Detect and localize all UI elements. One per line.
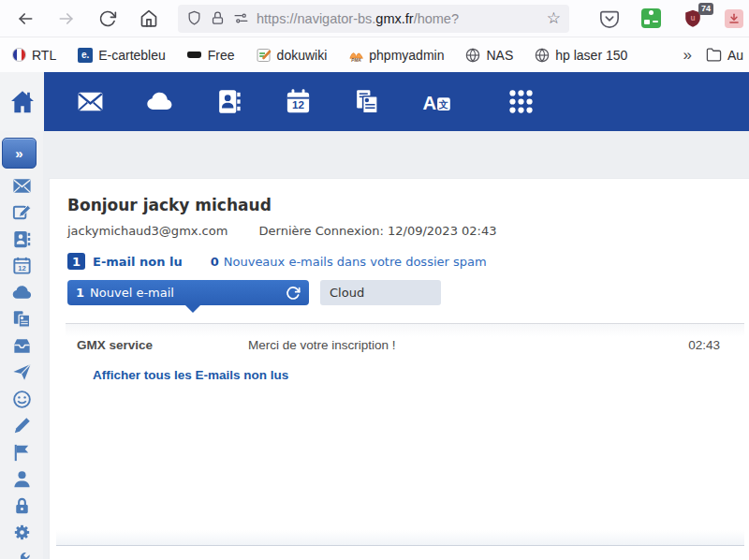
url-path: /home? — [414, 11, 459, 26]
extension-icons: u 74 — [599, 8, 743, 29]
svg-text:文: 文 — [437, 99, 448, 110]
bookmark-phpmyadmin[interactable]: PMA phpmyadmin — [348, 48, 444, 63]
email-address: jackymichaud3@gmx.com — [67, 224, 228, 238]
cloud-button[interactable]: Cloud — [320, 280, 441, 305]
nav-news-icon[interactable] — [347, 72, 385, 131]
adblock-badge: 74 — [698, 3, 713, 15]
sidebar-settings-gear-icon[interactable] — [0, 520, 43, 547]
phpmyadmin-icon: PMA — [348, 48, 363, 63]
bookmark-rtl[interactable]: RTL — [11, 48, 56, 63]
nav-calendar-icon[interactable]: 12 — [279, 72, 316, 131]
spam-link[interactable]: 0Nouveaux e-mails dans votre dossier spa… — [211, 255, 487, 269]
browser-toolbar: https://navigator-bs.gmx.fr/home? ☆ u 74 — [0, 0, 749, 37]
globe-icon — [465, 48, 480, 63]
mail-list-item[interactable]: GMX service Merci de votre inscription !… — [66, 324, 744, 352]
mail-list: GMX service Merci de votre inscription !… — [66, 323, 744, 383]
bookmark-label: hp laser 150 — [555, 48, 627, 63]
url-prefix: https://navigator-bs. — [257, 11, 375, 26]
nav-translate-icon[interactable]: A文 — [418, 72, 455, 131]
permissions-icon[interactable] — [233, 10, 249, 26]
last-login: Dernière Connexion: 12/09/2023 02:43 — [259, 224, 497, 238]
new-mail-label: Nouvel e-mail — [90, 286, 174, 300]
nav-contacts-icon[interactable] — [210, 72, 247, 131]
password-extension-icon[interactable] — [641, 8, 661, 28]
sidebar-calendar-icon[interactable]: 12 — [0, 253, 43, 280]
page-title: Bonjour jacky michaud — [67, 196, 749, 214]
spam-label: Nouveaux e-mails dans votre dossier spam — [224, 255, 487, 269]
bookmark-label: Au — [727, 48, 743, 63]
url-bar[interactable]: https://navigator-bs.gmx.fr/home? ☆ — [178, 5, 569, 33]
section-divider — [56, 530, 744, 546]
bookmark-ecartebleu[interactable]: e. E-cartebleu — [78, 48, 166, 63]
notepad-icon — [257, 48, 272, 63]
globe-icon — [535, 48, 550, 63]
new-mail-button[interactable]: 1 Nouvel e-mail — [67, 280, 309, 305]
bookmarks-bar: RTL e. E-cartebleu Free dokuwiki PMA php… — [0, 37, 749, 72]
sidebar-inbox-icon[interactable] — [0, 332, 43, 360]
bookmark-label: E-cartebleu — [98, 48, 166, 63]
unread-count-badge: 1 — [67, 253, 85, 270]
tab-home[interactable] — [0, 72, 44, 131]
sidebar-cloud-icon[interactable] — [0, 279, 43, 306]
reload-icon[interactable] — [95, 7, 120, 31]
shield-icon[interactable] — [186, 10, 202, 26]
new-mail-count: 1 — [76, 286, 84, 300]
url-text[interactable]: https://navigator-bs.gmx.fr/home? — [257, 11, 541, 26]
back-icon[interactable] — [13, 7, 37, 31]
unread-mail-link[interactable]: E-mail non lu — [93, 255, 183, 269]
sidebar-person-icon[interactable] — [0, 466, 43, 494]
bookmark-folder-other[interactable]: Au — [707, 48, 743, 63]
freebox-icon — [187, 48, 202, 63]
svg-text:12: 12 — [292, 98, 304, 111]
sidebar-send-icon[interactable] — [0, 360, 43, 387]
bookmark-free[interactable]: Free — [187, 48, 235, 63]
sidebar-compose-icon[interactable] — [0, 199, 43, 227]
download-extension-icon[interactable] — [725, 9, 743, 28]
bookmark-hp-laser[interactable]: hp laser 150 — [535, 48, 627, 63]
mail-subject: Merci de votre inscription ! — [248, 338, 688, 352]
gmx-nav-bar: 12 A文 — [0, 72, 749, 131]
page-body: » 12 — [0, 131, 749, 559]
nav-mail-icon[interactable] — [71, 72, 109, 131]
account-info: jackymichaud3@gmx.com Dernière Connexion… — [67, 224, 749, 238]
bookmarks-overflow-chevron[interactable]: » — [683, 46, 691, 65]
url-domain: gmx.fr — [375, 11, 413, 26]
sidebar-expand-button[interactable]: » — [2, 138, 37, 169]
sidebar-contacts-icon[interactable] — [0, 226, 43, 253]
pocket-icon[interactable] — [599, 8, 620, 29]
bookmark-label: Free — [208, 48, 235, 63]
sidebar-news-icon[interactable] — [0, 306, 43, 333]
lock-icon[interactable] — [210, 10, 226, 26]
sidebar-flag-icon[interactable] — [0, 439, 43, 466]
bookmark-nas[interactable]: NAS — [465, 48, 513, 63]
mail-time: 02:43 — [688, 338, 720, 352]
mail-sender: GMX service — [77, 338, 248, 352]
sidebar-mail-icon[interactable] — [0, 172, 43, 199]
svg-text:12: 12 — [18, 264, 26, 273]
svg-text:u: u — [690, 14, 695, 22]
nav-apps-grid-icon[interactable] — [502, 72, 539, 131]
show-all-unread-link[interactable]: Afficher tous les E-mails non lus — [93, 368, 288, 382]
bookmark-label: NAS — [486, 48, 513, 63]
sidebar-lock-icon[interactable] — [0, 493, 43, 520]
sidebar-smiley-icon[interactable] — [0, 386, 43, 413]
gmx-home-icon — [8, 88, 37, 116]
home-icon[interactable] — [137, 7, 161, 31]
svg-text:PMA: PMA — [351, 58, 361, 63]
french-flag-icon — [11, 48, 26, 63]
spam-count: 0 — [211, 255, 219, 269]
action-buttons-row: 1 Nouvel e-mail Cloud — [67, 280, 749, 305]
bookmark-label: RTL — [32, 48, 56, 63]
sidebar-pen-icon[interactable] — [0, 413, 43, 440]
browser-window: https://navigator-bs.gmx.fr/home? ☆ u 74… — [0, 0, 749, 560]
refresh-icon[interactable] — [286, 286, 301, 301]
nav-cloud-icon[interactable] — [140, 72, 178, 131]
bookmark-star-icon[interactable]: ☆ — [547, 8, 561, 28]
bookmark-dokuwiki[interactable]: dokuwiki — [257, 48, 328, 63]
forward-icon[interactable] — [54, 7, 79, 31]
adblock-icon[interactable]: u 74 — [683, 8, 703, 29]
mail-stats-row: 1 E-mail non lu 0Nouveaux e-mails dans v… — [67, 253, 749, 270]
sidebar-wrench-icon[interactable] — [0, 546, 43, 559]
ecartebleu-icon: e. — [78, 48, 93, 63]
bookmark-label: phpmyadmin — [369, 48, 444, 63]
